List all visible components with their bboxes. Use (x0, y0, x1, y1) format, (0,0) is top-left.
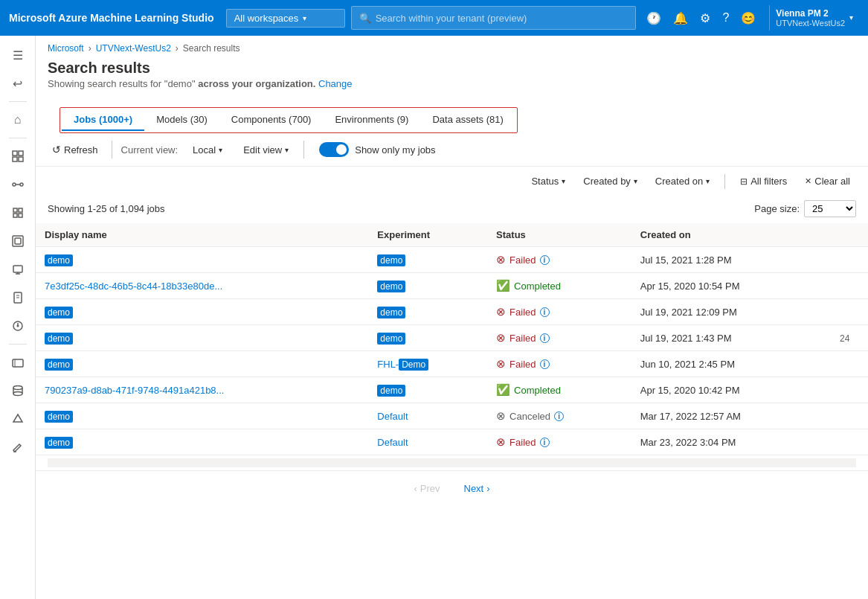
experiment-link[interactable]: Default (377, 411, 408, 422)
toolbar: ↺ Refresh Current view: Local ▾ Edit vie… (36, 133, 868, 167)
sidebar-item-back[interactable]: ↩ (4, 70, 31, 97)
svg-rect-10 (19, 214, 22, 217)
svg-point-4 (13, 183, 16, 186)
display-name-link[interactable]: 7e3df25c-48dc-46b5-8c44-18b33e80de... (45, 281, 222, 292)
workspace-chevron-icon: ▾ (303, 14, 306, 22)
table-wrapper: Display name Experiment Status Created o… (36, 223, 868, 455)
user-workspace: UTVNext-WestUs2 (776, 19, 845, 28)
tab-data-assets[interactable]: Data assets (81) (420, 109, 515, 131)
sidebar-item-notebooks[interactable] (4, 284, 31, 311)
display-name-highlight[interactable]: demo (45, 333, 73, 345)
tab-jobs[interactable]: Jobs (1000+) (62, 109, 144, 131)
status-badge: ⊗Failed i (496, 331, 623, 345)
display-name-highlight[interactable]: demo (45, 359, 73, 371)
display-name-highlight[interactable]: demo (45, 411, 73, 423)
status-info-icon[interactable]: i (540, 438, 550, 447)
sidebar-item-jobs[interactable] (4, 143, 31, 170)
edit-view-chevron-icon: ▾ (285, 146, 289, 154)
change-link[interactable]: Change (318, 78, 353, 89)
results-count: Showing 1-25 of 1,094 jobs (48, 203, 165, 214)
sidebar-item-pipelines[interactable] (4, 171, 31, 198)
page-size-select[interactable]: 25 50 100 (804, 200, 856, 217)
top-navigation: Microsoft Azure Machine Learning Studio … (0, 0, 868, 36)
workspace-selector[interactable]: All workspaces ▾ (226, 9, 345, 28)
tab-models[interactable]: Models (30) (144, 109, 219, 131)
sidebar-item-compute[interactable] (4, 256, 31, 283)
status-filter-button[interactable]: Status ▾ (525, 173, 571, 190)
sidebar-item-labeling[interactable] (4, 406, 31, 432)
experiment-highlight[interactable]: Demo (399, 359, 428, 371)
edit-view-dropdown[interactable]: Edit view ▾ (237, 141, 295, 158)
status-failed-icon: ⊗ (496, 435, 506, 449)
created-on-filter-button[interactable]: Created on ▾ (649, 173, 716, 190)
sidebar-item-endpoints[interactable] (4, 313, 31, 339)
experiment-highlight[interactable]: demo (377, 254, 405, 266)
all-filters-button[interactable]: ⊟ All filters (734, 173, 793, 190)
status-text: Failed (509, 437, 536, 448)
sidebar-item-components[interactable] (4, 228, 31, 254)
cell-created-on: Mar 23, 2022 3:04 PM (631, 429, 831, 455)
display-name-highlight[interactable]: demo (45, 437, 73, 449)
status-info-icon[interactable]: i (540, 307, 550, 317)
cell-row-num (831, 377, 868, 403)
experiment-highlight[interactable]: demo (377, 281, 405, 292)
next-button[interactable]: Next › (455, 480, 499, 497)
cell-created-on: Jul 19, 2021 1:43 PM (631, 325, 831, 351)
local-view-dropdown[interactable]: Local ▾ (187, 141, 228, 158)
user-icon[interactable]: 😊 (736, 7, 760, 30)
user-section[interactable]: Vienna PM 2 UTVNext-WestUs2 ▾ (769, 5, 859, 31)
tab-components[interactable]: Components (700) (219, 109, 324, 131)
tab-environments[interactable]: Environments (9) (323, 109, 420, 131)
experiment-link[interactable]: FHL-Demo (377, 359, 428, 370)
display-name-link[interactable]: 790237a9-d8ab-471f-9748-4491a421b8... (45, 385, 224, 396)
breadcrumb-microsoft[interactable]: Microsoft (48, 43, 84, 54)
status-info-icon[interactable]: i (540, 255, 550, 265)
breadcrumb-workspace[interactable]: UTVNext-WestUs2 (96, 43, 171, 54)
svg-rect-0 (13, 151, 17, 156)
show-my-jobs-toggle[interactable] (319, 142, 349, 157)
jobs-table: Display name Experiment Status Created o… (36, 223, 868, 455)
experiment-link[interactable]: Default (377, 437, 408, 448)
status-failed-icon: ⊗ (496, 331, 506, 345)
svg-point-24 (13, 386, 22, 390)
created-on-label: Created on (655, 176, 703, 187)
experiment-highlight[interactable]: demo (377, 307, 405, 318)
sidebar-item-data[interactable] (4, 199, 31, 226)
display-name-highlight[interactable]: demo (45, 307, 73, 318)
display-name-highlight[interactable]: demo (45, 254, 73, 266)
refresh-button[interactable]: ↺ Refresh (48, 141, 103, 158)
cell-created-on: Apr 15, 2020 10:54 PM (631, 273, 831, 299)
all-filters-label: All filters (750, 176, 787, 187)
filter-icon: ⊟ (740, 176, 748, 187)
sidebar-item-hamburger[interactable]: ☰ (4, 42, 31, 68)
cell-experiment: Default (368, 429, 487, 455)
created-by-filter-button[interactable]: Created by ▾ (577, 173, 643, 190)
clear-all-button[interactable]: ✕ Clear all (799, 173, 856, 190)
experiment-highlight[interactable]: demo (377, 385, 405, 397)
status-info-icon[interactable]: i (554, 411, 564, 421)
settings-icon[interactable]: ⚙ (695, 7, 715, 30)
cell-display-name: demo (36, 429, 368, 455)
status-text: Failed (509, 307, 536, 318)
cell-status: ⊗Failed i (487, 351, 631, 377)
table-row: demo demo ⊗Failed i Jul 19, 2021 1:43 PM… (36, 325, 868, 351)
created-on-chevron-icon: ▾ (706, 177, 710, 185)
sidebar-item-monitor[interactable] (4, 349, 31, 376)
horizontal-scrollbar-container[interactable] (36, 455, 868, 470)
status-info-icon[interactable]: i (540, 333, 550, 343)
history-icon[interactable]: 🕐 (642, 7, 666, 30)
cell-row-num (831, 273, 868, 299)
edit-view-label: Edit view (243, 144, 282, 156)
status-info-icon[interactable]: i (540, 359, 550, 369)
sidebar-item-edit[interactable] (4, 434, 31, 461)
subtitle-text: Showing search results for "demo" (48, 78, 196, 89)
notifications-icon[interactable]: 🔔 (669, 7, 692, 30)
help-icon[interactable]: ? (718, 7, 733, 29)
svg-rect-3 (19, 157, 23, 161)
global-search-bar[interactable]: 🔍 Search within your tenant (preview) (351, 6, 637, 30)
prev-button[interactable]: ‹ Prev (405, 480, 449, 497)
sidebar-item-home[interactable]: ⌂ (4, 106, 31, 133)
sidebar-item-db[interactable] (4, 377, 31, 404)
sidebar-divider-2 (9, 138, 27, 138)
experiment-highlight[interactable]: demo (377, 333, 405, 345)
